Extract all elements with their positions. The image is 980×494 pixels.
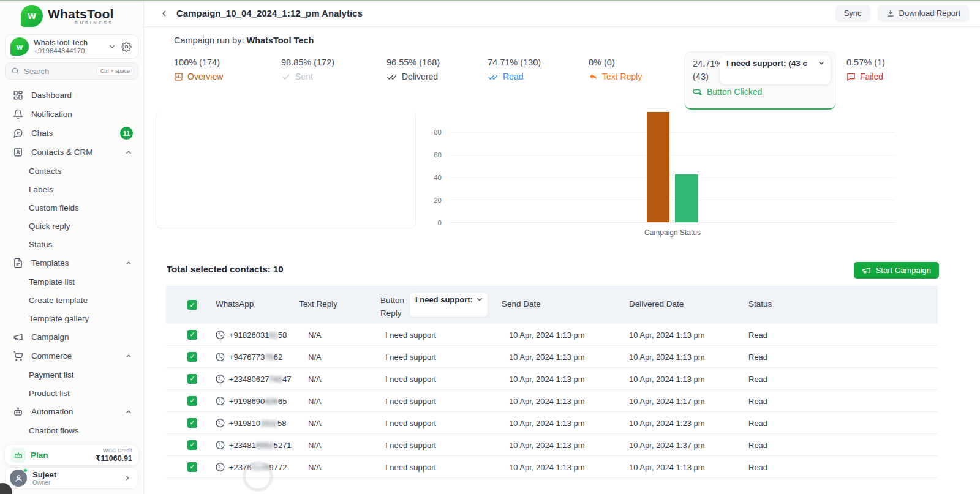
gear-icon[interactable]	[121, 42, 132, 52]
chevron-up-icon[interactable]	[124, 408, 133, 416]
dashboard-icon	[13, 90, 23, 100]
button-reply-filter-dropdown[interactable]: I need support: (	[410, 293, 488, 317]
sidebar-item-campaign[interactable]: Campaign	[0, 327, 143, 346]
table-row[interactable]: ✓ +2348165525271 N/A I need support 10 A…	[166, 434, 938, 456]
stat-text-reply[interactable]: 0% (0) Text Reply	[589, 58, 642, 81]
megaphone-icon	[862, 266, 871, 275]
stat-sent[interactable]: 98.85% (172) Sent	[281, 58, 334, 81]
sidebar-item-status[interactable]: Status	[0, 235, 143, 253]
text-reply-cell: N/A	[308, 330, 322, 339]
table-row[interactable]: ✓ +919810151158 N/A I need support 10 Ap…	[166, 412, 938, 434]
button-reply-cell: I need support	[385, 396, 436, 405]
sidebar-item-notification[interactable]: Notification	[0, 105, 143, 124]
stat-failed[interactable]: 0.57% (1) Failed	[846, 58, 885, 81]
row-checkbox[interactable]: ✓	[187, 374, 197, 384]
sidebar-item-automation[interactable]: Automation	[0, 402, 143, 421]
select-all-checkbox[interactable]: ✓	[187, 300, 197, 310]
table-row[interactable]: ✓ +919869042865 N/A I need support 10 Ap…	[166, 390, 938, 412]
button-clicked-icon	[693, 88, 703, 96]
top-accent-line	[0, 0, 980, 1]
y-tick-20: 20	[423, 196, 442, 204]
sync-button[interactable]: Sync	[835, 5, 870, 22]
chevron-down-icon	[475, 295, 484, 304]
stat-overview[interactable]: 100% (174) Overview	[174, 58, 223, 81]
sidebar-item-label: Status	[29, 240, 52, 249]
sidebar-item-label: Template list	[29, 277, 75, 286]
status-cell: Read	[748, 418, 767, 427]
sidebar: w WhatsTool BUSINESS w WhatsTool Tech +9…	[0, 0, 144, 494]
chevron-up-icon[interactable]	[124, 148, 133, 157]
sidebar-item-label: Template gallery	[29, 314, 89, 323]
sidebar-item-dashboard[interactable]: Dashboard	[0, 86, 143, 105]
sidebar-item-commerce[interactable]: Commerce	[0, 346, 143, 365]
sidebar-item-chatbot-flows[interactable]: Chatbot flows	[0, 421, 143, 440]
failed-icon	[846, 72, 856, 81]
download-icon	[886, 9, 895, 18]
sidebar-item-label: Contacts	[29, 167, 61, 176]
start-campaign-button[interactable]: Start Campaign	[854, 262, 939, 279]
delivered-date-cell: 10 Apr, 2024 1:17 pm	[629, 396, 705, 405]
sidebar-item-create-template[interactable]: Create template	[0, 291, 143, 309]
user-name: Sujeet	[32, 470, 118, 479]
bar-brown[interactable]	[647, 112, 669, 222]
row-checkbox[interactable]: ✓	[187, 440, 197, 450]
user-avatar	[10, 470, 27, 487]
delivered-date-cell: 10 Apr, 2024 1:23 pm	[629, 418, 705, 427]
sidebar-item-templates[interactable]: Templates	[0, 253, 143, 272]
sidebar-item-contacts-crm[interactable]: Contacts & CRM	[0, 143, 143, 162]
run-by-line: Campaign run by: WhatsTool Tech	[174, 36, 314, 45]
x-axis-line	[450, 222, 895, 223]
column-text-reply: Text Reply	[299, 299, 337, 309]
user-profile-card[interactable]: Sujeet Owner	[5, 467, 138, 489]
gridline	[450, 200, 895, 200]
table-row[interactable]: ✓ +94767737562 N/A I need support 10 Apr…	[166, 346, 938, 368]
row-checkbox[interactable]: ✓	[187, 462, 197, 472]
sidebar-item-label: Quick reply	[29, 222, 70, 231]
bar-green[interactable]	[675, 174, 698, 222]
search-shortcut: Ctrl + space	[96, 66, 134, 76]
contacts-icon	[13, 147, 23, 157]
table-row[interactable]: ✓ +237651499772 N/A I need support 10 Ap…	[166, 456, 938, 478]
account-name: WhatsTool Tech	[34, 39, 103, 47]
stat-value: 96.55% (168)	[386, 58, 440, 67]
search-input[interactable]: Search Ctrl + space	[5, 62, 138, 80]
chevron-down-icon[interactable]	[108, 42, 116, 51]
sidebar-item-template-list[interactable]: Template list	[0, 272, 143, 291]
chevron-right-icon[interactable]	[123, 474, 132, 482]
total-selected-contacts: Total selected contacts: 10	[167, 264, 284, 274]
sidebar-item-chats[interactable]: Chats 11	[0, 124, 143, 143]
row-checkbox[interactable]: ✓	[187, 352, 197, 362]
sidebar-item-template-gallery[interactable]: Template gallery	[0, 309, 143, 327]
row-checkbox[interactable]: ✓	[187, 330, 197, 340]
sidebar-item-custom-fields[interactable]: Custom fields	[0, 198, 143, 217]
whatsapp-icon	[215, 462, 225, 472]
contacts-table-section: Total selected contacts: 10 Start Campai…	[145, 249, 980, 494]
table-row[interactable]: ✓ +918260315158 N/A I need support 10 Ap…	[166, 324, 938, 346]
sidebar-item-quick-reply[interactable]: Quick reply	[0, 217, 143, 235]
chart-side-panel	[156, 111, 416, 228]
download-report-button[interactable]: Download Report	[878, 5, 969, 22]
stat-count: (43)	[693, 72, 709, 81]
sidebar-item-payment-list[interactable]: Payment list	[0, 365, 143, 384]
stat-read[interactable]: 74.71% (130) Read	[488, 58, 541, 81]
sidebar-item-labels[interactable]: Labels	[0, 180, 143, 198]
stat-value: 98.85% (172)	[281, 58, 334, 67]
account-switcher[interactable]: w WhatsTool Tech +919844344170	[5, 34, 138, 59]
sidebar-item-product-list[interactable]: Product list	[0, 384, 143, 402]
y-tick-40: 40	[423, 174, 442, 181]
chevron-up-icon[interactable]	[124, 352, 133, 361]
back-button[interactable]	[157, 6, 172, 21]
stat-delivered[interactable]: 96.55% (168) Delivered	[386, 58, 440, 81]
column-button-reply-line2: Reply	[380, 309, 402, 318]
stat-label: Failed	[860, 72, 883, 81]
sidebar-item-contacts[interactable]: Contacts	[0, 162, 143, 180]
plan-card[interactable]: Plan WCC Credit ₹11060.91	[5, 445, 138, 465]
button-clicked-filter-dropdown[interactable]: I need support: (43 c	[720, 55, 831, 84]
text-reply-cell: N/A	[308, 352, 322, 361]
chevron-up-icon[interactable]	[124, 259, 133, 268]
sidebar-item-label: Create template	[29, 296, 88, 305]
row-checkbox[interactable]: ✓	[187, 418, 197, 428]
table-row[interactable]: ✓ +2348062774347 N/A I need support 10 A…	[166, 368, 938, 390]
row-checkbox[interactable]: ✓	[187, 396, 197, 406]
stat-button-clicked-card[interactable]: 24.71% (43) I need support: (43 c Button…	[685, 52, 835, 110]
